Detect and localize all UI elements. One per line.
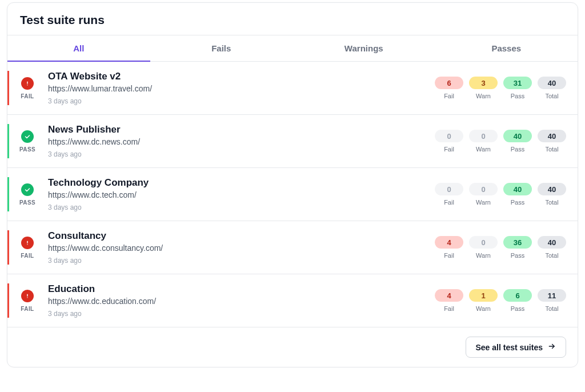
test-suite-runs-card: Test suite runs All Fails Warnings Passe… [7, 2, 578, 367]
stat-fail: 0 Fail [435, 183, 463, 206]
fail-label: Fail [444, 305, 454, 312]
status-label: FAIL [21, 93, 34, 99]
warn-label: Warn [476, 305, 491, 312]
svg-rect-4 [27, 241, 27, 243]
stat-total: 40 Total [538, 236, 566, 259]
total-count: 40 [538, 183, 566, 195]
see-all-test-suites-button[interactable]: See all test suites [466, 337, 566, 358]
run-main: Technology Company https://www.dc.tech.c… [43, 177, 435, 211]
fail-count: 4 [435, 236, 463, 249]
run-url: https://www.dc.tech.com/ [48, 190, 435, 199]
status-label: PASS [19, 199, 35, 206]
pass-label: Pass [511, 252, 524, 259]
stat-pass: 40 Pass [503, 183, 532, 206]
stat-warn: 3 Warn [469, 77, 498, 99]
total-label: Total [545, 93, 558, 99]
status-label: FAIL [21, 306, 34, 312]
test-run-row[interactable]: PASS Technology Company https://www.dc.t… [7, 168, 578, 221]
page-title: Test suite runs [20, 13, 565, 27]
see-all-label: See all test suites [475, 343, 543, 352]
status-stripe [7, 283, 9, 318]
total-count: 40 [538, 77, 566, 89]
run-url: https://www.lumar.travel.com/ [48, 84, 435, 93]
run-timestamp: 3 days ago [48, 97, 435, 105]
status-col: PASS [11, 124, 43, 158]
fail-label: Fail [444, 252, 454, 259]
run-timestamp: 3 days ago [48, 310, 435, 318]
pass-count: 40 [503, 183, 532, 195]
svg-rect-1 [27, 81, 27, 84]
status-label: FAIL [21, 253, 34, 259]
status-stripe [7, 124, 9, 158]
run-main: Consultancy https://www.dc.consultancy.c… [43, 230, 435, 265]
warn-label: Warn [476, 199, 491, 206]
pass-count: 6 [503, 289, 532, 302]
fail-icon [21, 290, 34, 302]
tab-fails[interactable]: Fails [150, 35, 293, 61]
run-main: OTA Website v2 https://www.lumar.travel.… [43, 71, 435, 105]
test-run-row[interactable]: PASS News Publisher https://www.dc.news.… [7, 115, 578, 168]
warn-label: Warn [476, 252, 491, 259]
svg-rect-7 [27, 294, 27, 297]
run-timestamp: 3 days ago [48, 203, 435, 211]
fail-count: 6 [435, 77, 463, 89]
pass-icon [21, 130, 34, 143]
run-url: https://www.dc.education.com/ [48, 297, 435, 306]
run-main: News Publisher https://www.dc.news.com/ … [43, 124, 435, 158]
tab-all[interactable]: All [7, 35, 150, 61]
fail-count: 0 [435, 130, 463, 142]
fail-icon [21, 77, 34, 90]
test-run-row[interactable]: FAIL Consultancy https://www.dc.consulta… [7, 221, 578, 274]
total-count: 40 [538, 130, 566, 142]
run-url: https://www.dc.news.com/ [48, 137, 435, 146]
stat-pass: 31 Pass [503, 77, 532, 99]
stat-total: 40 Total [538, 77, 566, 99]
stat-warn: 0 Warn [469, 236, 498, 259]
status-stripe [7, 177, 9, 211]
pass-label: Pass [511, 146, 524, 153]
warn-count: 1 [469, 289, 498, 302]
stat-fail: 4 Fail [435, 289, 463, 312]
run-timestamp: 3 days ago [48, 257, 435, 265]
stat-total: 40 Total [538, 130, 566, 153]
total-count: 11 [538, 289, 566, 302]
status-col: PASS [11, 177, 43, 211]
run-stats: 4 Fail 0 Warn 36 Pass 40 Total [435, 230, 566, 265]
run-stats: 4 Fail 1 Warn 6 Pass 11 Total [435, 283, 566, 318]
warn-label: Warn [476, 93, 491, 99]
test-run-row[interactable]: FAIL Education https://www.dc.education.… [7, 274, 578, 327]
warn-count: 0 [469, 183, 498, 195]
warn-count: 0 [469, 236, 498, 249]
run-stats: 0 Fail 0 Warn 40 Pass 40 Total [435, 124, 566, 158]
total-count: 40 [538, 236, 566, 249]
total-label: Total [545, 305, 558, 312]
stat-pass: 36 Pass [503, 236, 532, 259]
fail-label: Fail [444, 146, 454, 153]
warn-count: 3 [469, 77, 498, 89]
run-stats: 0 Fail 0 Warn 40 Pass 40 Total [435, 177, 566, 211]
fail-label: Fail [444, 199, 454, 206]
test-run-row[interactable]: FAIL OTA Website v2 https://www.lumar.tr… [7, 62, 578, 115]
tab-warnings[interactable]: Warnings [292, 35, 435, 61]
run-title: OTA Website v2 [48, 71, 435, 82]
svg-rect-5 [27, 244, 27, 245]
card-header: Test suite runs [7, 3, 578, 35]
status-label: PASS [19, 146, 35, 153]
tabs: All Fails Warnings Passes [7, 35, 578, 62]
run-title: Consultancy [48, 230, 435, 242]
status-col: FAIL [11, 230, 43, 265]
stat-total: 40 Total [538, 183, 566, 206]
stat-warn: 0 Warn [469, 130, 498, 153]
fail-count: 4 [435, 289, 463, 302]
status-stripe [7, 71, 9, 105]
svg-rect-2 [27, 85, 27, 85]
run-url: https://www.dc.consultancy.com/ [48, 243, 435, 253]
fail-icon [21, 237, 34, 249]
stat-fail: 4 Fail [435, 236, 463, 259]
pass-count: 36 [503, 236, 532, 249]
run-timestamp: 3 days ago [48, 150, 435, 158]
runs-list: FAIL OTA Website v2 https://www.lumar.tr… [7, 62, 578, 327]
stat-warn: 0 Warn [469, 183, 498, 206]
run-stats: 6 Fail 3 Warn 31 Pass 40 Total [435, 71, 566, 105]
tab-passes[interactable]: Passes [435, 35, 578, 61]
